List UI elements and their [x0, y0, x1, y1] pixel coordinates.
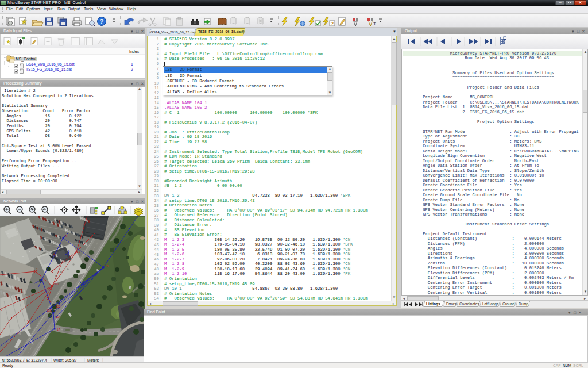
- svg-text:2: 2: [79, 250, 80, 254]
- svg-text:17: 17: [57, 328, 60, 331]
- svg-text:T: T: [373, 21, 376, 26]
- svg-text:1: 1: [36, 267, 38, 271]
- svg-text:101: 101: [55, 282, 60, 286]
- svg-text:?: ?: [100, 18, 104, 25]
- svg-text:10: 10: [105, 264, 109, 268]
- svg-text:103: 103: [56, 305, 61, 308]
- svg-text:104: 104: [56, 315, 61, 319]
- svg-text:?: ?: [331, 21, 334, 26]
- svg-text:102: 102: [47, 309, 52, 312]
- svg-text:3: 3: [65, 235, 67, 238]
